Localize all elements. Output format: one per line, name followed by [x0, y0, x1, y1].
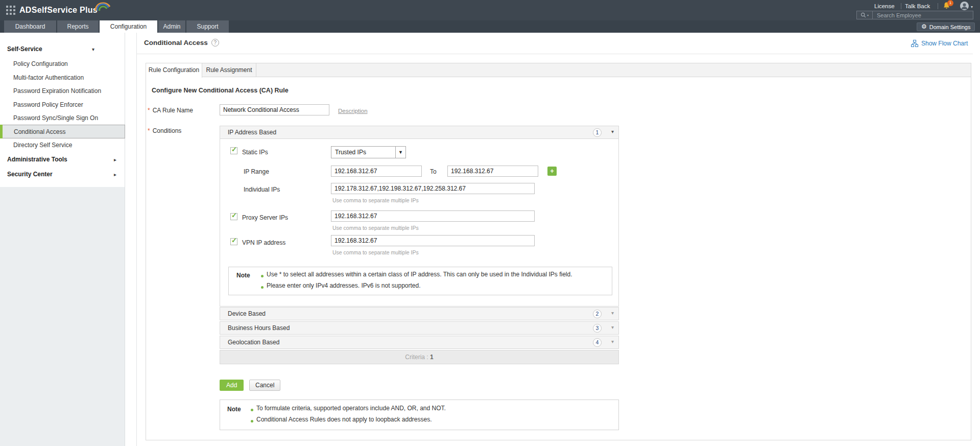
logo-swoosh-icon [94, 2, 113, 16]
badge-count: 3 [593, 324, 602, 333]
notification-count-badge: 1 [947, 0, 953, 6]
tab-strip [146, 63, 971, 77]
criteria-summary: Criteria : 1 [220, 350, 619, 364]
chevron-down-icon[interactable]: ▾ [611, 129, 614, 134]
individual-ips-input[interactable] [331, 183, 535, 194]
criteria-value: 1 [430, 354, 434, 361]
note-bullet: Conditional Access Rules does not apply … [256, 416, 432, 424]
tab-admin[interactable]: Admin [158, 20, 185, 33]
page-title: Conditional Access [144, 39, 208, 46]
product-logo: ADSelfService Plus [19, 0, 98, 20]
sidebar-item-conditional-access-selected[interactable]: Conditional Access [0, 125, 125, 138]
help-icon[interactable]: ? [211, 39, 219, 46]
tab-reports[interactable]: Reports [57, 20, 99, 33]
gear-icon: ⚙ [921, 23, 927, 31]
footer-note-box: Note To formulate criteria, supported op… [220, 400, 619, 430]
tab-dashboard[interactable]: Dashboard [4, 20, 56, 33]
accordion-ip-address-based[interactable]: IP Address Based 1 ▾ [220, 126, 619, 139]
required-marker: * [148, 127, 150, 134]
add-ip-range-button[interactable]: + [547, 167, 557, 176]
bullet-icon [261, 286, 264, 289]
vpn-ip-address-label: VPN IP address [242, 239, 285, 246]
apps-grid-icon[interactable] [6, 6, 15, 15]
domain-settings-button[interactable]: ⚙ Domain Settings [917, 22, 975, 31]
ip-range-from-input[interactable] [331, 166, 422, 177]
static-ips-checkbox[interactable]: ✓ [230, 147, 237, 154]
bullet-icon [261, 275, 264, 277]
vpn-ip-address-input[interactable] [331, 235, 535, 246]
proxy-server-ips-label: Proxy Server IPs [242, 214, 288, 221]
proxy-server-ips-helper: Use comma to separate multiple IPs [332, 225, 419, 231]
proxy-server-ips-checkbox[interactable]: ✓ [230, 213, 237, 220]
conditions-label: Conditions [153, 127, 182, 134]
license-link[interactable]: License [874, 3, 895, 10]
accordion-geolocation-based[interactable]: Geolocation Based 4 ▾ [220, 336, 619, 349]
ip-range-to-input[interactable] [447, 166, 538, 177]
talk-back-link[interactable]: Talk Back [905, 3, 930, 10]
sidebar-section-self-service[interactable]: Self-Service ▾ [0, 41, 125, 57]
ip-range-label: IP Range [244, 168, 269, 175]
search-caret-icon: ▾ [867, 13, 869, 17]
check-icon: ✓ [231, 212, 237, 219]
sidebar-section-administrative-tools[interactable]: Administrative Tools ▸ [0, 152, 125, 167]
tab-support[interactable]: Support [186, 20, 229, 33]
tab-configuration[interactable]: Configuration [100, 20, 157, 33]
ca-rule-name-label: CA Rule Name [153, 107, 193, 114]
content-divider [136, 33, 137, 446]
static-ips-dropdown[interactable]: Trusted IPs ▼ [331, 146, 406, 158]
search-input[interactable] [873, 11, 973, 19]
required-marker: * [148, 107, 150, 114]
app-window: ADSelfService Plus License Talk Back 1 ▾ [0, 0, 980, 446]
note-bullet: Use * to select all addresses within a c… [267, 271, 572, 278]
chevron-down-icon: ▼ [395, 147, 405, 158]
proxy-server-ips-input[interactable] [331, 210, 535, 222]
note-bullet: Please enter only IPv4 addresses. IPv6 i… [267, 282, 421, 290]
sidebar-section-security-center[interactable]: Security Center ▸ [0, 167, 125, 181]
chevron-down-icon[interactable]: ▾ [611, 324, 614, 330]
top-header-bar [0, 0, 980, 20]
sidebar-item-multi-factor-authentication[interactable]: Multi-factor Authentication [0, 71, 125, 84]
vpn-ip-address-checkbox[interactable]: ✓ [230, 238, 237, 245]
show-flow-chart-link[interactable]: Show Flow Chart [911, 40, 968, 47]
flow-chart-icon [911, 40, 918, 47]
chevron-down-icon[interactable]: ▾ [611, 310, 614, 316]
ca-rule-name-input[interactable] [220, 104, 329, 115]
user-menu-caret-icon[interactable]: ▾ [971, 5, 973, 9]
tab-rule-configuration[interactable]: Rule Configuration [146, 63, 202, 78]
sidebar-lower-area [0, 187, 125, 446]
note-bullet: To formulate criteria, supported operato… [256, 405, 446, 412]
cancel-button[interactable]: Cancel [249, 380, 280, 391]
add-button[interactable]: Add [220, 380, 244, 391]
chevron-down-icon[interactable]: ▾ [611, 339, 614, 344]
domain-settings-label: Domain Settings [929, 24, 971, 30]
description-link[interactable]: Description [338, 108, 368, 114]
sidebar-item-policy-configuration[interactable]: Policy Configuration [0, 57, 125, 71]
divider [901, 3, 901, 9]
selected-item-indicator [0, 125, 3, 138]
chevron-right-icon: ▸ [114, 171, 116, 177]
ip-note-box: Note Use * to select all addresses withi… [228, 267, 612, 295]
tab-rule-assignment[interactable]: Rule Assignment [202, 63, 256, 77]
chevron-right-icon: ▸ [114, 156, 116, 162]
check-icon: ✓ [231, 146, 237, 153]
note-title: Note [236, 272, 250, 279]
search-icon [861, 12, 866, 18]
divider [938, 3, 938, 9]
chevron-down-icon: ▾ [92, 46, 94, 52]
sidebar-item-password-sync-single-sign-on[interactable]: Password Sync/Single Sign On [0, 111, 125, 125]
search-type-selector[interactable]: ▾ [857, 11, 873, 19]
note-title: Note [227, 406, 241, 413]
badge-count: 1 [593, 128, 602, 137]
form-title: Configure New Conditional Access (CA) Ru… [152, 87, 289, 94]
bullet-icon [251, 420, 253, 422]
accordion-device-based[interactable]: Device Based 2 ▾ [220, 307, 619, 320]
accordion-business-hours-based[interactable]: Business Hours Based 3 ▾ [220, 321, 619, 335]
sidebar-item-directory-self-service[interactable]: Directory Self Service [0, 138, 125, 152]
vpn-ip-address-helper: Use comma to separate multiple IPs [332, 249, 419, 255]
badge-count: 4 [593, 338, 602, 347]
individual-ips-label: Individual IPs [244, 186, 280, 193]
sidebar-item-password-expiration-notification[interactable]: Password Expiration Notification [0, 84, 125, 98]
static-ips-label: Static IPs [242, 149, 268, 156]
sidebar-item-password-policy-enforcer[interactable]: Password Policy Enforcer [0, 98, 125, 111]
individual-ips-helper: Use comma to separate multiple IPs [332, 197, 419, 203]
